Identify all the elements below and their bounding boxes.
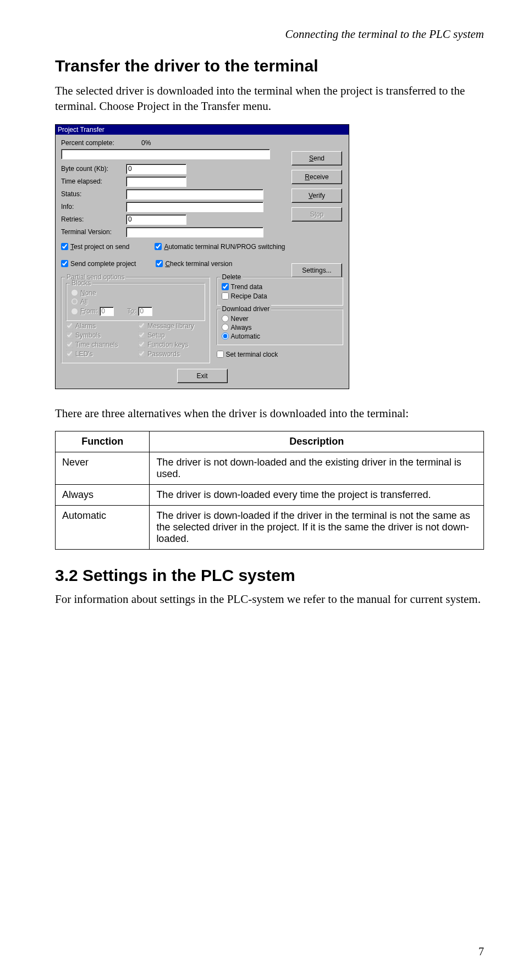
time-label: Time elapsed: — [61, 178, 126, 185]
outro-text: For information about settings in the PL… — [55, 591, 484, 607]
alarms-checkbox: Alarms — [66, 322, 133, 330]
cell-description: The driver is down-loaded every time the… — [150, 485, 484, 506]
termver-field[interactable] — [126, 227, 263, 237]
never-radio[interactable]: Never — [222, 315, 338, 323]
symbols-checkbox: Symbols — [66, 331, 133, 339]
all-radio: All — [71, 298, 200, 306]
verify-button[interactable]: Verify — [292, 189, 342, 203]
retries-field[interactable]: 0 — [126, 214, 186, 225]
from-to-radio: From: 0 To: 0 — [71, 307, 200, 316]
after-dialog-text: There are three alternatives when the dr… — [55, 406, 484, 421]
dialog-titlebar: Project Transfer — [56, 125, 349, 135]
page-header: Connecting the terminal to the PLC syste… — [55, 27, 484, 41]
timechannels-checkbox: Time channels — [66, 341, 133, 348]
cell-function: Always — [56, 485, 150, 506]
passwords-checkbox: Passwords — [138, 350, 205, 358]
status-label: Status: — [61, 190, 126, 198]
from-field: 0 — [100, 307, 114, 316]
cell-description: The driver is down-loaded if the driver … — [150, 506, 484, 550]
receive-button[interactable]: Receive — [292, 170, 342, 184]
bytecount-field[interactable]: 0 — [126, 164, 186, 174]
bytecount-label: Byte count (Kb): — [61, 165, 126, 173]
auto-runprog-checkbox[interactable]: Automatic terminal RUN/PROG switching — [155, 243, 285, 251]
cell-description: The driver is not down-loaded and the ex… — [150, 452, 484, 485]
th-description: Description — [150, 431, 484, 452]
exit-button[interactable]: Exit — [177, 369, 228, 383]
send-complete-checkbox[interactable]: Send complete project — [61, 260, 136, 268]
setup-checkbox: Setup — [138, 331, 205, 339]
subsection-title: 3.2 Settings in the PLC system — [55, 566, 484, 585]
cell-function: Automatic — [56, 506, 150, 550]
settings-button[interactable]: Settings... — [292, 263, 342, 278]
delete-group: Delete Trend data Recipe Data — [217, 277, 343, 306]
none-radio: None — [71, 289, 200, 297]
progress-bar — [61, 149, 270, 159]
msglib-checkbox: Message library — [138, 322, 205, 330]
partial-send-group: Partial send options Blocks None All Fro… — [61, 277, 210, 363]
termver-label: Terminal Version: — [61, 228, 126, 236]
intro-text: The selected driver is downloaded into t… — [55, 83, 484, 114]
leds-checkbox: LED's — [66, 350, 133, 358]
alternatives-table: Function Description Never The driver is… — [55, 431, 484, 550]
download-driver-group: Download driver Never Always Automatic — [217, 309, 343, 345]
status-field[interactable] — [126, 189, 263, 200]
cell-function: Never — [56, 452, 150, 485]
automatic-radio[interactable]: Automatic — [222, 333, 338, 340]
table-row: Always The driver is down-loaded every t… — [56, 485, 484, 506]
blocks-group: Blocks None All From: 0 To: 0 — [66, 283, 205, 321]
info-label: Info: — [61, 203, 126, 211]
percent-value: 0% — [141, 139, 151, 147]
table-row: Never The driver is not down-loaded and … — [56, 452, 484, 485]
stop-button[interactable]: Stop — [292, 207, 342, 222]
time-field[interactable] — [126, 176, 186, 187]
send-button[interactable]: Send — [292, 151, 342, 165]
funkeys-checkbox: Function keys — [138, 341, 205, 348]
trend-checkbox[interactable]: Trend data — [222, 283, 338, 291]
retries-label: Retries: — [61, 215, 126, 223]
check-version-checkbox[interactable]: Check terminal version — [156, 260, 232, 268]
test-on-send-checkbox[interactable]: Test project on send — [61, 243, 129, 251]
download-title: Download driver — [221, 305, 272, 313]
info-field[interactable] — [126, 202, 263, 212]
delete-title: Delete — [221, 273, 243, 281]
page-number: 7 — [479, 945, 484, 958]
blocks-title: Blocks — [70, 279, 92, 287]
project-transfer-dialog: Project Transfer Percent complete: 0% By… — [55, 124, 349, 389]
percent-label: Percent complete: — [61, 139, 126, 147]
th-function: Function — [56, 431, 150, 452]
section-title: Transfer the driver to the terminal — [55, 57, 484, 75]
setclock-checkbox[interactable]: Set terminal clock — [217, 351, 343, 358]
recipe-checkbox[interactable]: Recipe Data — [222, 292, 338, 300]
table-row: Automatic The driver is down-loaded if t… — [56, 506, 484, 550]
always-radio[interactable]: Always — [222, 324, 338, 331]
to-field: 0 — [138, 307, 152, 316]
